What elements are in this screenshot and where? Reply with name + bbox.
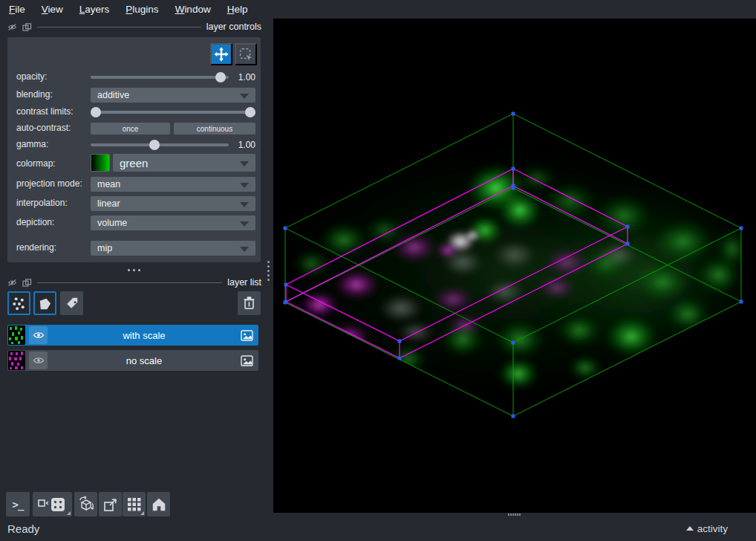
layer-controls-title: layer controls (206, 22, 261, 32)
projection-mode-row: mean (91, 177, 255, 192)
opacity-slider[interactable]: 1.00 (91, 70, 255, 85)
layer-visibility-toggle[interactable] (29, 352, 48, 369)
rendering-row: mip (91, 241, 255, 256)
contrast-limits-row (91, 105, 255, 120)
activity-expand-icon (686, 522, 694, 531)
interpolation-label: interpolation: (16, 198, 68, 208)
interpolation-row: linear (91, 196, 255, 211)
interpolation-dropdown[interactable]: linear (91, 196, 255, 211)
grid-mode-button[interactable] (123, 492, 146, 516)
blending-value: additive (97, 90, 129, 100)
auto-contrast-continuous-button[interactable]: continuous (174, 123, 255, 135)
auto-contrast-row: once continuous (91, 121, 255, 136)
gamma-label: gamma: (16, 139, 48, 149)
gamma-row: 1.00 (91, 137, 255, 152)
panel-resize-grip[interactable] (128, 269, 140, 271)
contrast-slider-track[interactable] (91, 111, 255, 114)
depiction-value: volume (97, 218, 127, 228)
menu-layers[interactable]: Layers (71, 1, 118, 17)
dock-splitter-grip[interactable] (267, 261, 270, 281)
contrast-limits-slider[interactable] (91, 105, 255, 120)
transpose-dimensions-button[interactable] (99, 492, 122, 516)
contrast-low-handle[interactable] (91, 107, 101, 117)
layer-visibility-toggle[interactable] (29, 326, 48, 344)
auto-contrast-once-button[interactable]: once (91, 123, 170, 135)
gamma-value: 1.00 (238, 140, 255, 150)
delete-layer-button[interactable] (238, 291, 261, 315)
float-panel-icon[interactable] (22, 279, 32, 287)
new-labels-layer-button[interactable] (60, 291, 83, 315)
menu-plugins[interactable]: Plugins (117, 1, 166, 17)
menu-help[interactable]: Help (219, 1, 256, 17)
napari-window: { "colors": { "window_bg": "#262930", "p… (0, 0, 756, 541)
colormap-row: green (91, 154, 255, 172)
hide-panel-eye-slash-icon[interactable] (7, 279, 17, 287)
blending-row: additive (91, 88, 255, 103)
gamma-slider[interactable]: 1.00 (91, 137, 255, 152)
status-bar: Ready activity (0, 516, 756, 541)
layer-row-with-scale[interactable]: with scale (7, 325, 258, 346)
layer-controls-dock-header: layer controls (1, 20, 267, 33)
pan-zoom-mode-button[interactable] (210, 43, 232, 65)
transpose-icon (102, 496, 120, 514)
activity-toggle[interactable]: activity (686, 523, 728, 534)
console-button[interactable]: >_ (6, 492, 30, 516)
layer-controls-panel: opacity: 1.00 blending: additive contras… (7, 37, 261, 262)
image-layer-icon (241, 330, 253, 341)
hide-panel-eye-slash-icon[interactable] (7, 23, 17, 31)
new-shapes-layer-button[interactable] (33, 291, 56, 315)
console-icon: >_ (13, 499, 24, 511)
roll-dimensions-button[interactable] (74, 492, 97, 516)
opacity-label: opacity: (16, 71, 47, 82)
menu-window[interactable]: Window (167, 1, 219, 17)
chevron-down-icon (240, 161, 249, 171)
layer-row-no-scale[interactable]: no scale (7, 350, 258, 371)
image-layer-icon (241, 355, 253, 366)
gamma-slider-handle[interactable] (149, 140, 160, 150)
projection-mode-value: mean (97, 179, 120, 189)
float-panel-icon[interactable] (22, 23, 32, 31)
layer-name: with scale (48, 330, 241, 341)
pan-arrows-icon (213, 46, 229, 62)
grid-icon (126, 496, 143, 513)
colormap-dropdown[interactable]: green (113, 154, 255, 172)
roll-cube-icon (77, 496, 95, 514)
2d-3d-toggle-icon (36, 496, 69, 514)
chevron-down-icon (240, 202, 249, 212)
opacity-slider-track[interactable] (91, 76, 229, 79)
colormap-gradient-swatch[interactable] (91, 154, 110, 172)
layer-thumbnail (8, 351, 25, 370)
layer-list-title: layer list (227, 277, 261, 288)
canvas-resize-grip[interactable] (508, 514, 521, 516)
opacity-row: 1.00 (91, 70, 255, 85)
transform-icon (238, 46, 254, 62)
depiction-label: depiction: (16, 217, 54, 227)
colormap-label: colormap: (16, 158, 56, 169)
contrast-high-handle[interactable] (245, 107, 255, 117)
labels-tag-icon (65, 296, 79, 311)
home-icon (151, 496, 167, 513)
colormap-value: green (120, 157, 148, 169)
opacity-slider-handle[interactable] (215, 72, 226, 82)
new-points-layer-button[interactable] (7, 291, 30, 315)
transform-mode-button[interactable] (235, 43, 257, 65)
home-reset-view-button[interactable] (147, 492, 170, 516)
depiction-dropdown[interactable]: volume (91, 216, 255, 230)
header-divider-line (37, 282, 222, 283)
volume-render (273, 19, 756, 513)
ndisplay-toggle-button[interactable] (33, 492, 72, 516)
header-divider-line (37, 27, 201, 27)
projection-mode-dropdown[interactable]: mean (91, 177, 255, 192)
chevron-down-icon (240, 247, 249, 256)
menu-view[interactable]: View (33, 1, 71, 17)
chevron-down-icon (240, 221, 249, 231)
blending-dropdown[interactable]: additive (91, 88, 255, 103)
viewer-canvas[interactable] (273, 19, 756, 513)
rendering-dropdown[interactable]: mip (91, 241, 255, 256)
opacity-value: 1.00 (238, 72, 255, 82)
menu-file[interactable]: File (1, 1, 33, 17)
projection-mode-label: projection mode: (16, 178, 82, 189)
status-message: Ready (7, 522, 39, 535)
trash-icon (242, 296, 256, 311)
gamma-slider-track[interactable] (91, 143, 229, 146)
